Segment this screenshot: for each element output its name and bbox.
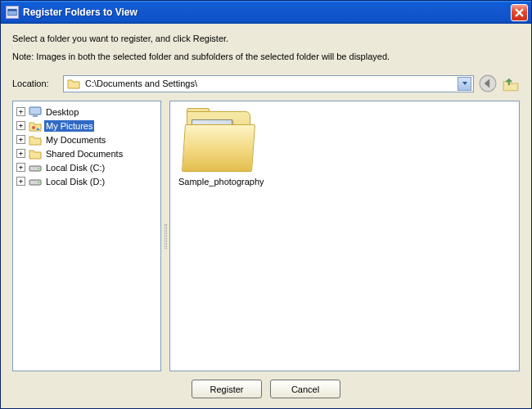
location-dropdown-button[interactable] (458, 77, 471, 91)
app-icon (6, 6, 19, 19)
folder-icon (29, 133, 42, 146)
svg-point-7 (38, 168, 39, 169)
splitter-grip (165, 224, 167, 249)
button-row: Register Cancel (12, 371, 520, 402)
folder-icon (29, 147, 42, 160)
tree-label: My Pictures (44, 120, 94, 132)
instruction-text: Select a folder you want to register, an… (12, 34, 520, 43)
pictures-icon (29, 119, 42, 133)
back-icon (479, 74, 497, 92)
svg-point-5 (32, 126, 35, 129)
tree-item-local-disk-c[interactable]: + Local Disk (C:) (15, 160, 159, 174)
note-text: Note: Images in both the selected folder… (12, 52, 520, 61)
folder-icon (67, 77, 80, 90)
tree-item-my-pictures[interactable]: + My Pictures (15, 119, 159, 133)
location-row: Location: (12, 74, 520, 92)
back-button[interactable] (479, 74, 497, 92)
expand-toggle[interactable]: + (16, 149, 25, 158)
panels: + Desktop + My Pictures + My Documents +… (12, 101, 520, 371)
tree-item-shared-documents[interactable]: + Shared Documents (15, 146, 159, 160)
location-label: Location: (12, 79, 63, 88)
expand-toggle[interactable]: + (16, 135, 25, 144)
close-icon (515, 8, 524, 17)
tree-label: My Documents (44, 134, 107, 146)
svg-rect-1 (8, 9, 17, 11)
up-folder-icon (502, 74, 520, 92)
tree-item-local-disk-d[interactable]: + Local Disk (D:) (15, 174, 159, 188)
register-button[interactable]: Register (192, 380, 262, 398)
title-bar: Register Folders to View (1, 1, 531, 24)
folder-tile-sample-photography[interactable]: Sample_photography (178, 110, 264, 187)
dialog-body: Select a folder you want to register, an… (1, 24, 531, 408)
up-folder-button[interactable] (502, 74, 520, 92)
folder-tree[interactable]: + Desktop + My Pictures + My Documents +… (12, 101, 161, 371)
expand-toggle[interactable]: + (16, 107, 25, 116)
tree-item-my-documents[interactable]: + My Documents (15, 133, 159, 146)
cancel-button[interactable]: Cancel (270, 380, 340, 398)
location-combo[interactable] (63, 75, 474, 92)
folder-contents[interactable]: Sample_photography (169, 101, 520, 371)
location-input[interactable] (83, 77, 458, 91)
folder-large-icon (182, 110, 260, 173)
splitter[interactable] (161, 101, 169, 371)
expand-toggle[interactable]: + (16, 163, 25, 172)
tree-label: Local Disk (C:) (44, 162, 106, 173)
folder-tile-label: Sample_photography (178, 177, 264, 187)
svg-rect-4 (33, 115, 38, 117)
svg-point-9 (38, 182, 39, 183)
drive-icon (29, 175, 42, 188)
window-title: Register Folders to View (23, 7, 511, 18)
tree-item-desktop[interactable]: + Desktop (15, 105, 159, 119)
close-button[interactable] (511, 4, 528, 21)
drive-icon (29, 161, 42, 174)
chevron-down-icon (462, 80, 468, 87)
tree-label: Desktop (44, 106, 80, 118)
desktop-icon (29, 106, 42, 119)
tree-label: Local Disk (D:) (44, 176, 106, 187)
tree-label: Shared Documents (44, 148, 124, 160)
expand-toggle[interactable]: + (16, 121, 25, 130)
svg-rect-3 (29, 107, 41, 115)
expand-toggle[interactable]: + (16, 177, 25, 186)
